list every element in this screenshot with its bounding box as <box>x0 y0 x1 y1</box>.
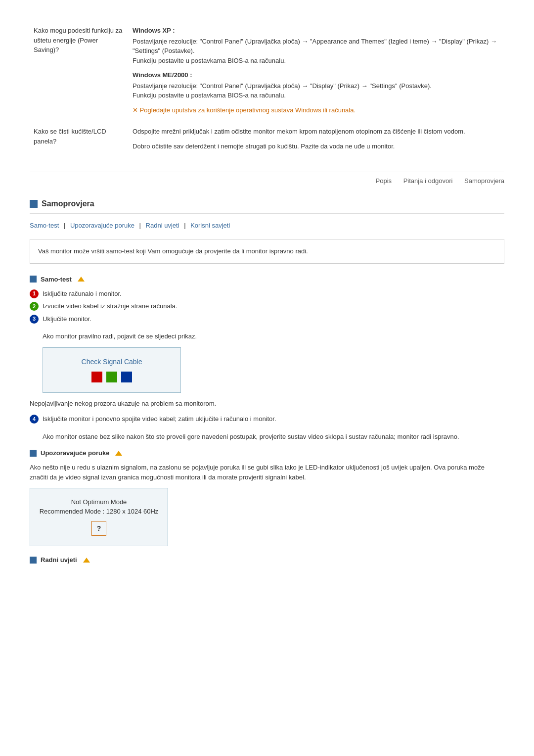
step-3: 3 Uključite monitor. <box>30 314 504 324</box>
step-text-3: Uključite monitor. <box>43 314 504 324</box>
step-4-subtext: Ako monitor ostane bez slike nakon što s… <box>43 432 504 442</box>
nav-popis[interactable]: Popis <box>376 177 392 185</box>
faq-answer-1: Windows XP : Postavljanje rezolucije: "C… <box>129 20 504 121</box>
triangle-icon <box>78 277 85 282</box>
samo-test-title: Samo-test <box>41 276 72 283</box>
step-4: 4 Isključite monitor i ponovno spojite v… <box>30 414 504 424</box>
step-badge-1: 1 <box>30 289 39 298</box>
faq-question-2: Kako se čisti kućište/LCD panela? <box>30 121 129 162</box>
step-text-2: Izvucite video kabel iz stražnje strane … <box>43 301 504 311</box>
upozoravajuce-body: Ako nešto nije u redu s ulaznim signalom… <box>30 463 504 482</box>
upozoravajuce-heading: Upozoravajuće poruke <box>30 449 504 457</box>
bottom-nav: Popis Pitanja i odgovori Samoprovjera <box>30 172 504 189</box>
subnav-radni-uvjeti[interactable]: Radni uvjeti <box>146 222 179 229</box>
step-text-4: Isključite monitor i ponovno spojite vid… <box>43 414 504 424</box>
square-red <box>91 372 102 382</box>
subnav-korisni-savjeti[interactable]: Korisni savjeti <box>190 222 230 229</box>
signal-title: Check Signal Cable <box>53 358 171 366</box>
faq-table: Kako mogu podesiti funkciju za uštetu en… <box>30 20 504 162</box>
warning-title: Not Optimum Mode <box>38 498 160 506</box>
samo-test-heading: Samo-test <box>30 276 504 283</box>
nav-pitanja[interactable]: Pitanja i odgovori <box>403 177 453 185</box>
nav-samoprovjera[interactable]: Samoprovjera <box>464 177 504 185</box>
faq-highlight-1: ✕ Pogledajte uputstva za korištenje oper… <box>133 105 500 115</box>
subnav-upozoravajuce[interactable]: Upozoravajuće poruke <box>70 222 134 229</box>
signal-squares <box>53 372 171 382</box>
warning-subtitle: Recommended Mode : 1280 x 1024 60Hz <box>38 508 160 515</box>
radni-uvjeti-heading: Radni uvjeti <box>30 556 504 564</box>
warning-question: ? <box>91 521 106 536</box>
step-text-1: Isključite računalo i monitor. <box>43 289 504 299</box>
warning-box: Not Optimum Mode Recommended Mode : 1280… <box>30 488 168 546</box>
radni-uvjeti-icon <box>30 557 37 564</box>
section-icon <box>30 200 38 208</box>
radni-uvjeti-title: Radni uvjeti <box>41 556 77 564</box>
step-badge-2: 2 <box>30 302 39 311</box>
step-2: 2 Izvucite video kabel iz stražnje stran… <box>30 301 504 311</box>
triangle-icon-2 <box>115 451 122 456</box>
square-green <box>106 372 117 382</box>
steps-list: 1 Isključite računalo i monitor. 2 Izvuc… <box>30 289 504 324</box>
square-blue <box>121 372 132 382</box>
step-4-list: 4 Isključite monitor i ponovno spojite v… <box>30 414 504 424</box>
faq-answer-2: Odspojite mrežni priključak i zatim očis… <box>129 121 504 162</box>
triangle-icon-3 <box>83 558 90 563</box>
step-3-note: Nepojavljivanje nekog prozora ukazuje na… <box>30 399 504 409</box>
step-badge-4: 4 <box>30 415 39 424</box>
sub-nav: Samo-test | Upozoravajuće poruke | Radni… <box>30 222 504 229</box>
step-3-subtext: Ako monitor pravilno radi, pojavit će se… <box>43 331 504 341</box>
info-box-text: Vaš monitor može vršiti samo-test koji V… <box>38 247 308 255</box>
section-title: Samoprovjera <box>42 199 94 208</box>
upozoravajuce-title: Upozoravajuće poruke <box>41 449 109 457</box>
signal-box: Check Signal Cable <box>43 347 181 393</box>
step-1: 1 Isključite računalo i monitor. <box>30 289 504 299</box>
step-badge-3: 3 <box>30 315 39 324</box>
faq-question-1: Kako mogu podesiti funkciju za uštetu en… <box>30 20 129 121</box>
info-box: Vaš monitor može vršiti samo-test koji V… <box>30 239 504 264</box>
samo-test-icon <box>30 276 37 283</box>
upozoravajuce-icon <box>30 450 37 457</box>
subnav-samo-test[interactable]: Samo-test <box>30 222 59 229</box>
section-header: Samoprovjera <box>30 199 504 214</box>
